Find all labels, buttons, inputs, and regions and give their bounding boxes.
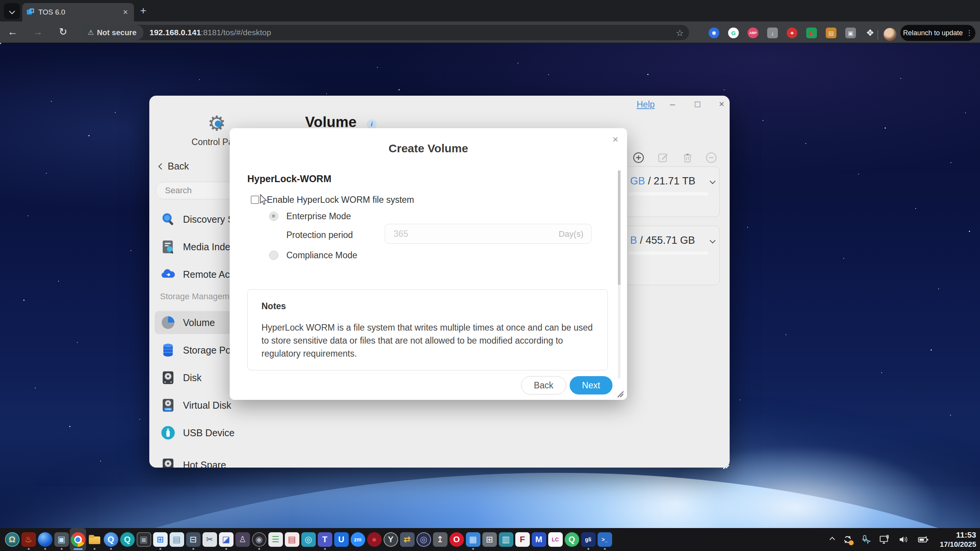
lc-app-icon[interactable]: LC	[547, 528, 564, 551]
network-globe-icon-glyph: ◎	[305, 535, 312, 544]
files-icon[interactable]	[86, 528, 103, 551]
chevron-down-icon[interactable]	[710, 238, 716, 244]
image-editor-icon[interactable]: ◪	[218, 528, 234, 551]
flame-app-icon[interactable]: ♨	[20, 528, 37, 551]
agent-app-icon[interactable]: ♙	[234, 528, 251, 551]
network-globe-icon[interactable]: ◎	[300, 528, 317, 551]
bookmark-star-icon[interactable]: ☆	[676, 28, 684, 38]
database-doc-icon[interactable]: ▤	[284, 528, 300, 551]
browser-toolbar: ← → ↻ ⚠ Not secure 192.168.0.141:8181/to…	[0, 21, 980, 43]
video-ext-icon[interactable]: ▶	[805, 26, 818, 39]
dialog-scrollbar[interactable]	[618, 170, 621, 379]
gli-app-icon[interactable]: gli	[580, 528, 596, 551]
dialog-resize-grip[interactable]	[615, 387, 626, 398]
battery-icon[interactable]	[918, 535, 929, 544]
browser-tab-tos[interactable]: TOS 6.0 ×	[22, 3, 134, 21]
extensions-puzzle-icon[interactable]: ❖	[864, 26, 877, 39]
notes-ext-icon[interactable]: ▤	[825, 26, 838, 39]
edit-volume-icon[interactable]	[657, 152, 669, 164]
download-ext-icon[interactable]: ↓	[766, 26, 779, 39]
system-tray: 11:53 17/10/2025	[830, 528, 976, 551]
pc-transfer-icon[interactable]: ⇄	[399, 528, 415, 551]
video-editor-icon[interactable]: ✂	[201, 528, 218, 551]
address-bar[interactable]: ⚠ Not secure 192.168.0.141:8181/tos/#/de…	[82, 25, 689, 40]
adblock-ext-icon[interactable]: ABP	[746, 26, 760, 39]
enterprise-mode-radio[interactable]	[269, 212, 278, 221]
window-manager-icon[interactable]: ⊞	[152, 528, 168, 551]
help-link[interactable]: Help	[637, 99, 655, 110]
protection-period-field[interactable]: Day(s)	[385, 224, 591, 244]
enterprise-mode-label[interactable]: Enterprise Mode	[286, 211, 351, 222]
sidebar-item-hot-spare[interactable]: Hot Spare	[155, 453, 281, 468]
search-app-icon[interactable]: Q	[103, 528, 119, 551]
compliance-mode-radio[interactable]	[269, 251, 278, 260]
back-button[interactable]: Back	[521, 376, 566, 395]
sidebar-back-button[interactable]: Back	[159, 161, 189, 172]
profile-avatar[interactable]	[884, 28, 897, 41]
tray-expand-icon[interactable]	[830, 537, 835, 542]
u-meeting-icon[interactable]: U	[333, 528, 350, 551]
obs-studio-icon[interactable]: ◉	[251, 528, 267, 551]
calculator-icon[interactable]: ⊞	[481, 528, 498, 551]
compliance-mode-label[interactable]: Compliance Mode	[286, 250, 357, 261]
recorder-icon[interactable]: ●	[366, 528, 382, 551]
minimize-icon[interactable]: –	[670, 99, 675, 109]
scrollbar-thumb[interactable]	[618, 170, 621, 285]
enable-worm-checkbox[interactable]	[251, 196, 259, 204]
powershell-icon[interactable]: >_	[596, 528, 613, 551]
delete-volume-icon[interactable]	[681, 152, 694, 164]
magnifier-icon	[160, 211, 176, 227]
quicklook-app-icon[interactable]: Q	[119, 528, 136, 551]
display-device-icon[interactable]	[879, 535, 890, 544]
remove-volume-icon[interactable]	[705, 152, 717, 164]
back-nav-icon[interactable]: ←	[6, 26, 19, 38]
password-ext-icon[interactable]: ✱	[707, 26, 720, 39]
gallery-icon[interactable]: ▦	[465, 528, 481, 551]
reload-icon[interactable]: ↻	[57, 26, 70, 38]
chevron-down-icon[interactable]	[710, 178, 716, 184]
blocker-ext-icon[interactable]: ✦	[786, 26, 799, 39]
window-resize-grip[interactable]	[721, 458, 731, 468]
shell-launcher-icon[interactable]: Ω	[4, 528, 20, 551]
q-loop-icon[interactable]: Q	[564, 528, 580, 551]
window-close-icon[interactable]: ×	[719, 99, 724, 109]
add-volume-icon[interactable]	[632, 152, 645, 164]
chrome-icon[interactable]	[70, 528, 86, 551]
clock[interactable]: 11:53 17/10/2025	[940, 530, 976, 549]
usb-writer-icon[interactable]: ↥	[432, 528, 448, 551]
m-app-icon[interactable]: M	[531, 528, 547, 551]
teams-icon[interactable]: T	[317, 528, 333, 551]
maximize-icon[interactable]: □	[695, 99, 701, 109]
disc-player-icon-glyph: ◎	[420, 535, 427, 544]
forward-nav-icon[interactable]: →	[31, 26, 44, 38]
remote-pc-icon[interactable]: ⊟	[185, 528, 201, 551]
tab-search-button[interactable]	[4, 3, 20, 19]
sidebar-item-usb-device[interactable]: USB Device	[155, 421, 281, 444]
partition-tool-icon[interactable]: ☰	[267, 528, 284, 551]
next-button[interactable]: Next	[570, 376, 612, 395]
grammarly-ext-icon[interactable]: G	[727, 26, 740, 39]
vault-app-icon[interactable]: ▤	[168, 528, 185, 551]
font-app-icon[interactable]: F	[514, 528, 531, 551]
disc-player-icon[interactable]: ◎	[415, 528, 432, 551]
y-tool-icon[interactable]: Y	[382, 528, 399, 551]
dialog-title: Create Volume	[230, 142, 627, 155]
display-app-icon[interactable]: ▣	[53, 528, 70, 551]
sphere-app-icon[interactable]	[37, 528, 53, 551]
capacity-bar	[628, 251, 709, 255]
enable-worm-label[interactable]: Enable HyperLock WORM file system	[267, 195, 414, 205]
microphone-location-icon[interactable]	[861, 535, 871, 544]
warning-icon: ⚠	[88, 28, 94, 37]
capture-ext-icon[interactable]: ▣	[844, 26, 857, 39]
not-secure-chip[interactable]: ⚠ Not secure	[82, 25, 144, 40]
opera-icon[interactable]: O	[448, 528, 465, 551]
sync-status-icon[interactable]	[843, 535, 853, 544]
tab-close-icon[interactable]: ×	[121, 7, 129, 17]
zoom-icon[interactable]: zm	[350, 528, 366, 551]
stats-app-icon[interactable]: ▥	[498, 528, 514, 551]
new-tab-button[interactable]: +	[140, 5, 146, 17]
speaker-icon[interactable]	[898, 535, 909, 544]
capture-frame-icon[interactable]: ▣	[136, 528, 152, 551]
relaunch-update-button[interactable]: Relaunch to update ⋮	[900, 25, 975, 41]
browser-menu-icon[interactable]: ⋮	[966, 29, 973, 37]
